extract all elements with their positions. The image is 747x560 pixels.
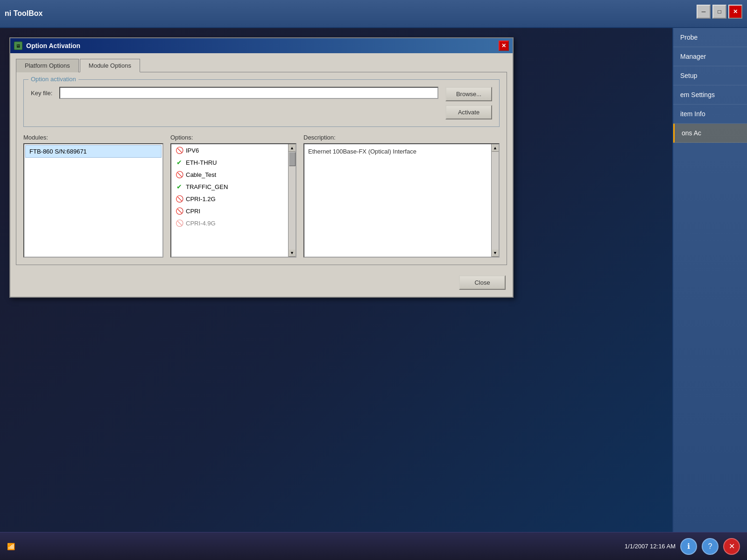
desc-scroll-down-button[interactable]: ▼ [492, 249, 499, 257]
key-file-input[interactable] [59, 87, 438, 99]
restore-button[interactable]: □ [712, 5, 726, 19]
blocked-icon-ipv6: 🚫 [175, 146, 183, 154]
group-inputs: Key file: [31, 87, 438, 104]
window-controls: ─ □ ✕ [697, 5, 742, 19]
desktop: ni ToolBox ─ □ ✕ ules U Probe Manager Se… [0, 0, 747, 560]
option-item-traffic-gen[interactable]: ✔ TRAFFIC_GEN [171, 181, 288, 193]
desc-scroll-track [492, 152, 499, 249]
dialog-icon: 🖥 [14, 42, 22, 50]
blocked-icon-cpri: 🚫 [175, 207, 183, 215]
blocked-icon-cable-test: 🚫 [175, 170, 183, 179]
dialog-titlebar: 🖥 Option Activation ✕ [10, 38, 513, 53]
option-label-cpri: CPRI [186, 208, 200, 215]
app-title: ni ToolBox [5, 9, 42, 18]
tab-platform-options[interactable]: Platform Options [16, 59, 79, 72]
description-scrollbar[interactable]: ▲ ▼ [491, 144, 499, 257]
info-button[interactable]: ℹ [680, 538, 697, 555]
option-item-ipv6[interactable]: 🚫 IPV6 [171, 144, 288, 156]
options-column: Options: 🚫 IPV6 ✔ ETH-THRU [170, 134, 296, 258]
taskbar-top: ni ToolBox ─ □ ✕ [0, 0, 747, 28]
scroll-track [289, 152, 296, 249]
datetime-display: 1/1/2007 12:16 AM [625, 543, 676, 550]
check-icon-traffic-gen: ✔ [175, 182, 183, 191]
option-label-eth-thru: ETH-THRU [186, 159, 217, 166]
taskbar-bottom-right: 1/1/2007 12:16 AM ℹ ? ✕ [625, 538, 740, 555]
desc-scroll-up-button[interactable]: ▲ [492, 144, 499, 152]
taskbar-close-button[interactable]: ✕ [723, 538, 740, 555]
taskbar-bottom: 📶 1/1/2007 12:16 AM ℹ ? ✕ [0, 532, 747, 560]
blocked-icon-cpri-1-2g: 🚫 [175, 195, 183, 203]
description-label: Description: [303, 134, 500, 141]
bottom-section: Modules: FTB-860 S/N:689671 Options: [23, 134, 500, 258]
modules-column: Modules: FTB-860 S/N:689671 [23, 134, 163, 258]
dialog-footer: Close [10, 271, 513, 297]
description-list: Ethernet 100Base-FX (Optical) Interface … [303, 143, 500, 258]
activate-button[interactable]: Activate [445, 105, 492, 119]
blocked-icon-cpri-4-9g: 🚫 [175, 219, 183, 227]
option-label-cpri-4-9g: CPRI-4.9G [186, 220, 216, 227]
options-list: 🚫 IPV6 ✔ ETH-THRU 🚫 Ca [170, 143, 296, 258]
options-scrollbar[interactable]: ▲ ▼ [288, 144, 296, 257]
option-label-cpri-1-2g: CPRI-1.2G [186, 196, 216, 203]
module-item[interactable]: FTB-860 S/N:689671 [25, 145, 162, 158]
scroll-thumb[interactable] [289, 152, 296, 166]
modules-label: Modules: [23, 134, 163, 141]
option-label-traffic-gen: TRAFFIC_GEN [186, 183, 228, 190]
network-signal-icon: 📶 [7, 543, 15, 550]
dialog-title: Option Activation [26, 42, 495, 49]
group-box-label: Option activation [28, 76, 78, 83]
description-text: Ethernet 100Base-FX (Optical) Interface [304, 144, 491, 257]
option-label-cable-test: Cable_Test [186, 171, 216, 178]
option-item-cpri-1-2g[interactable]: 🚫 CPRI-1.2G [171, 193, 288, 205]
option-item-cpri[interactable]: 🚫 CPRI [171, 205, 288, 217]
tab-module-options[interactable]: Module Options [80, 59, 140, 72]
help-button[interactable]: ? [702, 538, 719, 555]
option-label-ipv6: IPV6 [186, 147, 199, 154]
option-item-cable-test[interactable]: 🚫 Cable_Test [171, 168, 288, 181]
key-file-label: Key file: [31, 90, 52, 97]
key-file-row: Key file: [31, 87, 438, 99]
dialog-overlay: 🖥 Option Activation ✕ Platform Options M… [0, 28, 747, 532]
description-column: Description: Ethernet 100Base-FX (Optica… [303, 134, 500, 258]
scroll-down-button[interactable]: ▼ [289, 249, 296, 257]
options-inner[interactable]: 🚫 IPV6 ✔ ETH-THRU 🚫 Ca [171, 144, 288, 257]
action-buttons: Browse... Activate [445, 87, 492, 119]
check-icon-eth-thru: ✔ [175, 158, 183, 167]
options-label: Options: [170, 134, 296, 141]
tabs-container: Platform Options Module Options [16, 59, 507, 72]
dialog-close-x-button[interactable]: ✕ [499, 41, 509, 51]
browse-button[interactable]: Browse... [445, 87, 492, 101]
scroll-up-button[interactable]: ▲ [289, 144, 296, 152]
close-button[interactable]: Close [459, 275, 506, 290]
group-inner: Key file: Browse... Activate [31, 87, 492, 119]
option-item-cpri-4-9g[interactable]: 🚫 CPRI-4.9G [171, 217, 288, 229]
close-window-button[interactable]: ✕ [728, 5, 742, 19]
option-item-eth-thru[interactable]: ✔ ETH-THRU [171, 156, 288, 168]
tab-content: Option activation Key file: Browse... A [16, 72, 507, 265]
modules-list[interactable]: FTB-860 S/N:689671 [23, 143, 163, 258]
minimize-button[interactable]: ─ [697, 5, 711, 19]
dialog-body: Platform Options Module Options Option a… [10, 53, 513, 271]
option-activation-group: Option activation Key file: Browse... A [23, 79, 500, 127]
option-activation-dialog: 🖥 Option Activation ✕ Platform Options M… [9, 37, 514, 298]
